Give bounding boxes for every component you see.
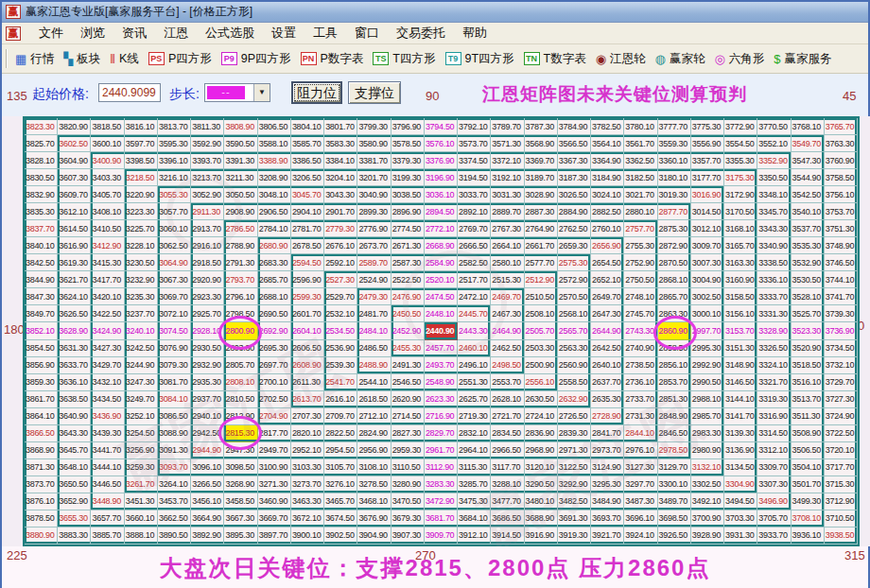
grid-cell[interactable]: 3115.30	[458, 459, 491, 476]
grid-cell[interactable]: 3396.10	[158, 152, 191, 169]
grid-cell[interactable]: 3607.30	[58, 169, 91, 186]
grid-cell[interactable]: 3856.90	[25, 357, 58, 374]
grid-cell[interactable]: 3897.70	[258, 527, 291, 545]
grid-cell[interactable]: 3868.90	[25, 442, 58, 459]
grid-cell[interactable]: 3312.10	[757, 442, 791, 459]
grid-cell[interactable]: 2978.50	[658, 442, 691, 459]
grid-cell[interactable]: 3501.70	[792, 476, 825, 493]
grid-cell[interactable]: 3652.90	[58, 493, 91, 510]
grid-cell[interactable]: 2736.10	[624, 374, 657, 391]
grid-cell-center[interactable]: 2440.90	[425, 322, 458, 339]
grid-cell[interactable]: 3290.50	[525, 476, 558, 493]
grid-cell[interactable]: 2942.50	[191, 425, 224, 442]
grid-cell[interactable]: 2707.30	[291, 408, 324, 425]
menu-item-5[interactable]: 设置	[263, 23, 304, 43]
grid-cell[interactable]: 2500.90	[525, 357, 558, 374]
grid-cell[interactable]: 3727.30	[825, 391, 858, 408]
grid-cell[interactable]: 2781.70	[291, 220, 324, 237]
grid-cell[interactable]: 2553.70	[491, 374, 524, 391]
grid-cell[interactable]: 3331.30	[757, 305, 791, 322]
grid-cell[interactable]: 2625.70	[458, 391, 491, 408]
grid-cell[interactable]: 3657.70	[91, 510, 124, 527]
grid-cell[interactable]: 3638.50	[58, 391, 91, 408]
grid-cell[interactable]: 3842.50	[25, 254, 58, 271]
grid-cell[interactable]: 2719.30	[458, 408, 491, 425]
grid-cell[interactable]: 3595.30	[158, 135, 191, 152]
grid-cell[interactable]: 3518.50	[792, 357, 825, 374]
grid-cell[interactable]: 3796.90	[392, 118, 425, 135]
grid-cell[interactable]: 3813.70	[158, 118, 191, 135]
grid-cell[interactable]: 2666.50	[458, 237, 491, 254]
grid-cell[interactable]: 2832.10	[458, 425, 491, 442]
grid-cell[interactable]: 2796.10	[224, 288, 257, 305]
grid-cell[interactable]: 3669.70	[258, 510, 291, 527]
grid-cell[interactable]: 3583.30	[324, 135, 357, 152]
menu-item-8[interactable]: 交易委托	[388, 23, 454, 43]
grid-cell[interactable]: 3057.70	[158, 203, 191, 220]
grid-cell[interactable]: 2844.10	[624, 425, 657, 442]
grid-cell[interactable]: 2695.30	[258, 340, 291, 357]
grid-cell[interactable]: 2565.70	[558, 322, 591, 339]
grid-cell[interactable]: 2548.90	[425, 374, 458, 391]
grid-cell[interactable]: 3052.90	[191, 186, 224, 203]
grid-cell[interactable]: 3072.10	[158, 305, 191, 322]
grid-cell[interactable]: 3199.30	[392, 169, 425, 186]
grid-cell[interactable]: 3160.90	[724, 271, 757, 288]
grid-cell[interactable]: 2587.30	[392, 254, 425, 271]
grid-cell[interactable]: 3055.30	[158, 186, 191, 203]
grid-cell[interactable]: 3890.50	[158, 527, 191, 545]
grid-cell[interactable]: 3436.90	[91, 408, 124, 425]
grid-cell[interactable]: 3235.30	[125, 288, 158, 305]
grid-cell[interactable]: 3864.10	[25, 408, 58, 425]
grid-cell[interactable]: 3367.30	[558, 152, 591, 169]
grid-cell[interactable]: 3148.90	[724, 357, 757, 374]
grid-cell[interactable]: 2604.10	[291, 322, 324, 339]
grid-cell[interactable]: 2949.70	[258, 442, 291, 459]
grid-cell[interactable]: 2599.30	[291, 288, 324, 305]
grid-cell[interactable]: 3362.50	[624, 152, 657, 169]
grid-cell[interactable]: 3355.30	[724, 152, 757, 169]
grid-cell[interactable]: 2762.50	[558, 220, 591, 237]
toolbar-button-t-square[interactable]: TST四方形	[368, 49, 440, 69]
grid-cell[interactable]: 2812.90	[224, 408, 257, 425]
grid-cell[interactable]: 2712.10	[357, 408, 391, 425]
grid-cell[interactable]: 3288.10	[491, 476, 524, 493]
grid-cell[interactable]: 3213.70	[191, 169, 224, 186]
grid-cell[interactable]: 2968.90	[525, 442, 558, 459]
grid-cell[interactable]: 2918.50	[191, 254, 224, 271]
grid-cell[interactable]: 3045.70	[291, 186, 324, 203]
menu-item-4[interactable]: 公式选股	[197, 23, 263, 43]
grid-cell[interactable]: 3871.30	[25, 459, 58, 476]
grid-cell[interactable]: 2522.50	[392, 271, 425, 288]
grid-cell[interactable]: 2702.50	[258, 391, 291, 408]
grid-cell[interactable]: 2721.70	[491, 408, 524, 425]
grid-cell[interactable]: 3372.10	[491, 152, 524, 169]
grid-cell[interactable]: 3412.90	[91, 237, 124, 254]
menu-item-6[interactable]: 工具	[304, 23, 346, 43]
grid-cell[interactable]: 2880.10	[624, 203, 657, 220]
grid-cell[interactable]: 2582.50	[458, 254, 491, 271]
grid-cell[interactable]: 3904.90	[357, 527, 391, 545]
grid-cell[interactable]: 3136.90	[724, 442, 757, 459]
grid-cell[interactable]: 2964.10	[458, 442, 491, 459]
grid-cell[interactable]: 2966.50	[491, 442, 524, 459]
grid-cell[interactable]: 3033.70	[458, 186, 491, 203]
menu-item-7[interactable]: 窗口	[346, 23, 388, 43]
grid-cell[interactable]: 3460.90	[258, 493, 291, 510]
grid-cell[interactable]: 3004.90	[691, 271, 724, 288]
grid-cell[interactable]: 3000.10	[691, 305, 724, 322]
grid-cell[interactable]: 3019.30	[658, 186, 691, 203]
grid-cell[interactable]: 2630.50	[525, 391, 558, 408]
grid-cell[interactable]: 3700.90	[691, 510, 724, 527]
grid-cell[interactable]: 3708.10	[792, 510, 825, 527]
grid-cell[interactable]: 3261.70	[125, 476, 158, 493]
grid-cell[interactable]: 2937.70	[191, 391, 224, 408]
grid-cell[interactable]: 3458.50	[224, 493, 257, 510]
grid-cell[interactable]: 3156.10	[724, 305, 757, 322]
grid-cell[interactable]: 3014.50	[691, 203, 724, 220]
grid-cell[interactable]: 2743.30	[624, 322, 657, 339]
grid-cell[interactable]: 3168.10	[724, 220, 757, 237]
grid-cell[interactable]: 2673.70	[357, 237, 391, 254]
grid-cell[interactable]: 2750.50	[624, 271, 657, 288]
toolbar-button-t-number-table[interactable]: TNT数字表	[519, 49, 591, 69]
